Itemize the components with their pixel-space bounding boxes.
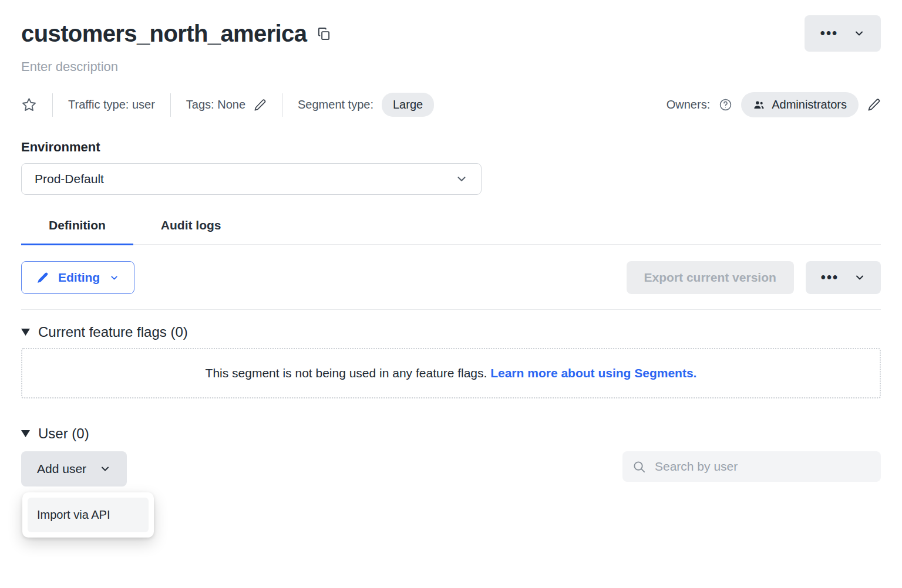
owners-value: Administrators (772, 98, 847, 111)
page-title: customers_north_america (21, 21, 307, 47)
export-current-version-button[interactable]: Export current version (627, 261, 794, 294)
ellipsis-icon: ••• (821, 271, 839, 285)
feature-flags-heading-label: Current feature flags (0) (38, 324, 188, 340)
pencil-icon (867, 98, 881, 111)
editing-mode-button[interactable]: Editing (21, 261, 134, 294)
copy-icon (317, 26, 331, 41)
user-heading-label: User (0) (38, 425, 89, 442)
chevron-down-icon (455, 173, 468, 185)
divider (21, 309, 881, 310)
owners-pill[interactable]: Administrators (741, 92, 859, 117)
ellipsis-icon: ••• (820, 27, 838, 40)
segment-type-field: Segment type: Large (298, 93, 434, 117)
definition-more-menu-button[interactable]: ••• (806, 261, 881, 294)
user-search (622, 451, 881, 482)
environment-label: Environment (21, 140, 881, 155)
editing-label: Editing (58, 271, 100, 285)
feature-flags-empty-state: This segment is not being used in any fe… (21, 348, 881, 398)
help-circle-icon[interactable] (719, 98, 732, 111)
tab-audit-logs[interactable]: Audit logs (133, 218, 249, 245)
feature-flags-section: Current feature flags (0) This segment i… (21, 324, 881, 398)
people-icon (753, 99, 765, 111)
environment-selected-value: Prod-Default (35, 172, 104, 186)
feature-flags-heading[interactable]: Current feature flags (0) (21, 324, 881, 340)
add-user-dropdown-menu: Import via API (22, 492, 154, 538)
divider (52, 93, 53, 117)
environment-section: Environment Prod-Default (21, 140, 881, 195)
meta-row: Traffic type: user Tags: None Segment ty… (21, 92, 881, 117)
chevron-down-icon (854, 272, 866, 283)
star-icon (21, 97, 37, 113)
empty-state-text: This segment is not being used in any fe… (206, 366, 487, 380)
add-user-label: Add user (37, 462, 86, 476)
segment-type-label: Segment type: (298, 98, 373, 111)
owners-label: Owners: (667, 98, 710, 111)
divider (170, 93, 171, 117)
traffic-type-label: Traffic type: user (68, 98, 155, 111)
copy-name-button[interactable] (317, 26, 331, 41)
toolbar-right: Export current version ••• (627, 261, 881, 294)
add-user-button[interactable]: Add user (21, 451, 127, 486)
search-icon (632, 460, 646, 474)
segment-detail-page: customers_north_america ••• Enter descri… (0, 0, 902, 588)
environment-select[interactable]: Prod-Default (21, 163, 482, 195)
pencil-icon (36, 272, 49, 284)
chevron-down-icon (109, 273, 119, 283)
tab-bar: Definition Audit logs (21, 218, 881, 245)
chevron-down-icon (99, 463, 111, 475)
pencil-icon (254, 99, 267, 111)
owners-field: Owners: Administrators (667, 92, 881, 117)
learn-more-link[interactable]: Learn more about using Segments. (490, 366, 696, 380)
favorite-star-button[interactable] (21, 97, 37, 113)
tab-definition[interactable]: Definition (21, 218, 133, 245)
add-user-dropdown-wrap: Add user Import via API (21, 451, 127, 486)
header-more-menu-button[interactable]: ••• (805, 15, 881, 52)
search-by-user-input[interactable] (654, 459, 871, 474)
menu-item-import-via-api[interactable]: Import via API (28, 498, 149, 532)
chevron-down-icon (853, 28, 865, 39)
triangle-collapse-icon (21, 329, 30, 336)
triangle-collapse-icon (21, 430, 30, 437)
segment-type-badge: Large (382, 93, 434, 117)
description-input[interactable]: Enter description (21, 59, 881, 75)
edit-owners-button[interactable] (867, 98, 881, 111)
tags-label: Tags: None (186, 98, 245, 111)
divider (282, 93, 282, 117)
tags-field: Tags: None (186, 98, 267, 111)
edit-tags-button[interactable] (254, 99, 267, 111)
user-section: User (0) Add user Import via API (21, 425, 881, 486)
user-controls: Add user Import via API (21, 451, 881, 486)
definition-toolbar: Editing Export current version ••• (21, 261, 881, 294)
header: customers_north_america ••• (21, 15, 881, 52)
user-heading[interactable]: User (0) (21, 425, 881, 442)
